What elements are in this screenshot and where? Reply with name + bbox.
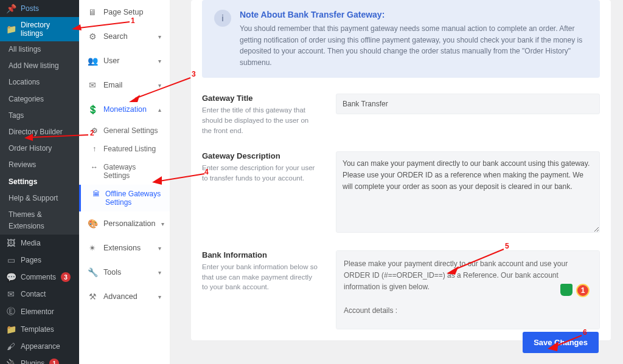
- settings-tools[interactable]: 🔧Tools▾: [79, 260, 170, 284]
- save-changes-button[interactable]: Save Changes: [523, 332, 599, 353]
- settings-advanced[interactable]: ⚒Advanced▾: [79, 284, 170, 309]
- email-icon: ✉: [88, 80, 97, 90]
- sidebar-item-label: Media: [21, 239, 41, 247]
- sidebar-sub-categories[interactable]: Categories: [0, 91, 79, 108]
- settings-item-label: User: [103, 57, 119, 65]
- settings-extensions[interactable]: ✴Extensions▾: [79, 236, 170, 260]
- personalization-icon: 🎨: [88, 219, 97, 228]
- sidebar-sub-directory-builder[interactable]: Directory Builder: [0, 124, 79, 140]
- sidebar-item-media[interactable]: 🖼Media: [0, 235, 79, 252]
- settings-sub-offline-gateways-settings[interactable]: 🏛Offline Gateways Settings: [79, 185, 170, 211]
- monetization-icon: 💲: [88, 105, 97, 114]
- menu-icon: ✉: [6, 289, 16, 299]
- main-content: i Note About Bank Transfer Gateway: You …: [170, 0, 623, 364]
- page-setup-icon: 🖥: [88, 7, 97, 17]
- chevron-icon: ▾: [158, 294, 161, 300]
- menu-icon: 💬: [6, 272, 16, 282]
- chevron-icon: ▾: [161, 221, 164, 227]
- settings-item-label: Tools: [103, 268, 121, 276]
- sidebar-sub-tags[interactable]: Tags: [0, 108, 79, 124]
- notification-badge-icon[interactable]: 1: [576, 284, 590, 297]
- settings-item-label: Monetization: [103, 105, 147, 114]
- settings-card: i Note About Bank Transfer Gateway: You …: [191, 0, 611, 340]
- chevron-icon: ▾: [158, 269, 161, 276]
- chevron-icon: ▾: [158, 82, 161, 89]
- sidebar-sub-all-listings[interactable]: All listings: [0, 41, 79, 58]
- settings-sidebar: 🖥Page Setup⚙Search▾👥User▾✉Email▾💲Monetiz…: [79, 0, 170, 364]
- note-body: You should remember that this payment ga…: [240, 23, 588, 68]
- field-label: Gateway Description: [202, 151, 318, 160]
- sidebar-item-posts[interactable]: 📌 Posts: [0, 0, 79, 17]
- sidebar-item-contact[interactable]: ✉Contact: [0, 286, 79, 303]
- offline-gateways-settings-icon: 🏛: [92, 190, 100, 198]
- sidebar-item-directory-listings[interactable]: 📁 Directory listings: [0, 17, 79, 41]
- sidebar-item-label: Templates: [21, 325, 54, 334]
- sidebar-sub-settings[interactable]: Settings: [0, 174, 79, 190]
- menu-icon: 📁: [6, 325, 16, 334]
- settings-item-label: Personalization: [103, 219, 155, 228]
- field-label: Gateway Title: [202, 94, 318, 103]
- menu-icon: 🖼: [6, 238, 16, 248]
- sidebar-item-templates[interactable]: 📁Templates: [0, 321, 79, 338]
- search-icon: ⚙: [88, 32, 97, 41]
- menu-icon: 🖌: [6, 342, 16, 351]
- settings-sub-general-settings[interactable]: ⚙General Settings: [79, 122, 170, 140]
- menu-icon: ▭: [6, 255, 16, 265]
- gateway-title-input[interactable]: [336, 94, 600, 114]
- sidebar-item-label: Directory listings: [21, 21, 73, 38]
- field-gateway-title: Gateway Title Enter the title of this ga…: [202, 94, 600, 136]
- gateway-description-textarea[interactable]: [336, 151, 600, 233]
- user-icon: 👥: [88, 56, 97, 66]
- floating-badges: 1: [560, 284, 590, 297]
- sidebar-sub-order-history[interactable]: Order History: [0, 140, 79, 157]
- sidebar-item-plugins[interactable]: 🔌Plugins1: [0, 355, 79, 364]
- field-label: Bank Information: [202, 250, 318, 259]
- menu-icon: 🔌: [6, 359, 16, 364]
- settings-item-label: Email: [103, 81, 122, 89]
- sidebar-item-elementor[interactable]: ⒺElementor: [0, 303, 79, 321]
- general-settings-icon: ⚙: [90, 126, 99, 135]
- wp-admin-sidebar: 📌 Posts 📁 Directory listings All listing…: [0, 0, 79, 364]
- count-badge: 1: [49, 359, 59, 364]
- tshirt-icon[interactable]: [560, 284, 573, 296]
- settings-sub-gateways-settings[interactable]: ↔Gateways Settings: [79, 158, 170, 185]
- settings-item-label: Extensions: [103, 244, 141, 252]
- settings-item-label: Page Setup: [103, 8, 143, 16]
- sidebar-sub-reviews[interactable]: Reviews: [0, 157, 79, 173]
- settings-email[interactable]: ✉Email▾: [79, 73, 170, 97]
- sidebar-sub-help-support[interactable]: Help & Support: [0, 190, 79, 207]
- settings-sub-featured-listing[interactable]: ↑Featured Listing: [79, 140, 170, 158]
- settings-user[interactable]: 👥User▾: [79, 49, 170, 73]
- extensions-icon: ✴: [88, 243, 97, 253]
- sidebar-item-label: Contact: [21, 290, 46, 298]
- count-badge: 3: [61, 272, 71, 282]
- field-help: Enter some description for your user to …: [202, 163, 318, 183]
- sidebar-item-label: Posts: [21, 4, 39, 13]
- sidebar-sub-themes-extensions[interactable]: Themes & Extensions: [0, 207, 79, 235]
- settings-page-setup[interactable]: 🖥Page Setup: [79, 0, 170, 24]
- sidebar-item-label: Elementor: [21, 307, 54, 316]
- sidebar-item-label: Appearance: [21, 342, 60, 351]
- sidebar-item-comments[interactable]: 💬Comments3: [0, 269, 79, 286]
- sidebar-item-pages[interactable]: ▭Pages: [0, 252, 79, 269]
- sidebar-item-label: Plugins: [21, 359, 44, 364]
- chevron-icon: ▾: [158, 58, 161, 64]
- menu-icon: Ⓔ: [6, 306, 16, 317]
- chevron-icon: ▴: [158, 106, 161, 113]
- sidebar-item-label: Pages: [21, 256, 41, 264]
- settings-monetization[interactable]: 💲Monetization▴: [79, 97, 170, 122]
- sidebar-sub-locations[interactable]: Locations: [0, 74, 79, 91]
- advanced-icon: ⚒: [88, 292, 97, 301]
- settings-item-label: Advanced: [103, 292, 137, 301]
- info-icon: i: [214, 10, 231, 27]
- note-banner: i Note About Bank Transfer Gateway: You …: [202, 0, 600, 78]
- settings-personalization[interactable]: 🎨Personalization▾: [79, 211, 170, 236]
- sidebar-item-label: Comments: [21, 273, 56, 281]
- folder-icon: 📁: [6, 24, 16, 34]
- sidebar-sub-add-new-listing[interactable]: Add New listing: [0, 58, 79, 74]
- gateways-settings-icon: ↔: [90, 163, 99, 171]
- sidebar-item-appearance[interactable]: 🖌Appearance: [0, 338, 79, 355]
- featured-listing-icon: ↑: [90, 145, 99, 153]
- settings-search[interactable]: ⚙Search▾: [79, 24, 170, 49]
- pin-icon: 📌: [6, 4, 16, 13]
